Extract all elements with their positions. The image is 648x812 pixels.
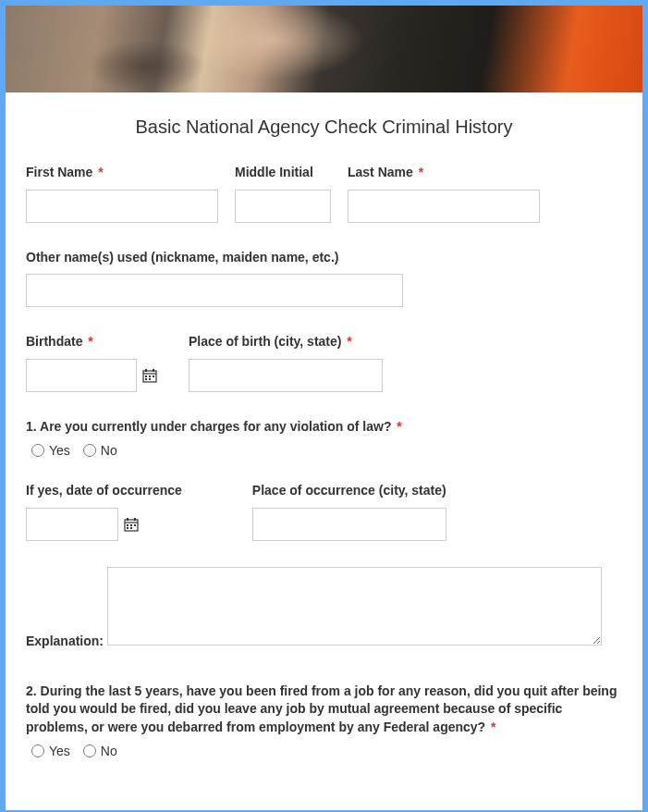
svg-rect-5 (149, 375, 151, 377)
explanation-textarea[interactable] (107, 567, 602, 646)
field-other-names: Other name(s) used (nickname, maiden nam… (26, 249, 403, 308)
field-middle-initial: Middle Initial (235, 164, 331, 223)
first-name-input[interactable] (26, 190, 218, 223)
field-date-occurrence: If yes, date of occurrence (26, 482, 182, 541)
svg-rect-17 (130, 527, 132, 529)
q2-yes-option[interactable]: Yes (31, 744, 70, 758)
calendar-icon[interactable] (124, 517, 139, 532)
occurrence-row: If yes, date of occurrence Place of occu… (26, 482, 622, 541)
label-explanation: Explanation: (26, 634, 104, 648)
name-row: First Name * Middle Initial Last Name * (26, 164, 622, 223)
label-middle-initial: Middle Initial (235, 164, 331, 182)
q2-no-option[interactable]: No (83, 744, 117, 758)
field-birthdate: Birthdate * (26, 333, 157, 392)
banner-image (6, 6, 642, 92)
q1-yes-radio[interactable] (31, 444, 44, 457)
label-q2: 2. During the last 5 years, have you bee… (26, 683, 622, 737)
svg-rect-14 (130, 524, 132, 526)
label-birthdate: Birthdate * (26, 333, 157, 351)
other-names-input[interactable] (26, 274, 403, 307)
field-last-name: Last Name * (348, 164, 540, 223)
q2-no-radio[interactable] (83, 744, 96, 757)
q2-yes-radio[interactable] (31, 744, 44, 757)
label-place-occurrence: Place of occurrence (city, state) (252, 482, 446, 500)
svg-rect-4 (145, 375, 147, 377)
q1-yes-label: Yes (49, 443, 70, 458)
svg-rect-12 (134, 518, 136, 521)
field-place-occurrence: Place of occurrence (city, state) (252, 482, 446, 541)
place-occurrence-input[interactable] (252, 508, 446, 541)
svg-rect-6 (153, 375, 154, 377)
date-occurrence-input[interactable] (26, 508, 118, 541)
q2-no-label: No (101, 744, 117, 758)
form-page: Basic National Agency Check Criminal His… (6, 6, 642, 810)
q1-yes-option[interactable]: Yes (31, 443, 70, 458)
q1-block: 1. Are you currently under charges for a… (26, 418, 622, 459)
q2-radio-row: Yes No (31, 744, 622, 758)
label-other-names: Other name(s) used (nickname, maiden nam… (26, 249, 403, 267)
middle-initial-input[interactable] (235, 190, 331, 223)
date-occurrence-wrap (26, 508, 182, 541)
svg-rect-13 (127, 524, 128, 526)
svg-rect-15 (134, 524, 136, 526)
q1-no-option[interactable]: No (83, 443, 117, 458)
explanation-block: Explanation: (26, 567, 622, 651)
q1-no-label: No (101, 443, 117, 458)
label-last-name: Last Name * (348, 164, 540, 182)
label-date-occurrence: If yes, date of occurrence (26, 482, 182, 500)
svg-rect-11 (127, 518, 128, 521)
birthdate-wrap (26, 359, 157, 392)
svg-rect-16 (127, 527, 128, 529)
q1-no-radio[interactable] (83, 444, 96, 457)
svg-rect-2 (145, 369, 147, 372)
last-name-input[interactable] (348, 190, 540, 223)
field-first-name: First Name * (26, 164, 218, 223)
svg-rect-3 (153, 369, 154, 372)
calendar-icon[interactable] (142, 368, 157, 383)
page-title: Basic National Agency Check Criminal His… (26, 117, 622, 138)
form-content: Basic National Agency Check Criminal His… (6, 92, 642, 810)
svg-rect-8 (149, 378, 151, 380)
birthdate-input[interactable] (26, 359, 137, 392)
label-q1: 1. Are you currently under charges for a… (26, 418, 622, 437)
q1-radio-row: Yes No (31, 443, 622, 458)
q2-yes-label: Yes (49, 744, 70, 758)
svg-rect-7 (145, 378, 147, 380)
other-names-row: Other name(s) used (nickname, maiden nam… (26, 249, 622, 308)
label-first-name: First Name * (26, 164, 218, 182)
label-place-of-birth: Place of birth (city, state) * (189, 333, 383, 351)
q2-block: 2. During the last 5 years, have you bee… (26, 683, 622, 759)
field-place-of-birth: Place of birth (city, state) * (189, 333, 383, 392)
birth-row: Birthdate * Place of birth (city, state)… (26, 333, 622, 392)
place-of-birth-input[interactable] (189, 359, 383, 392)
